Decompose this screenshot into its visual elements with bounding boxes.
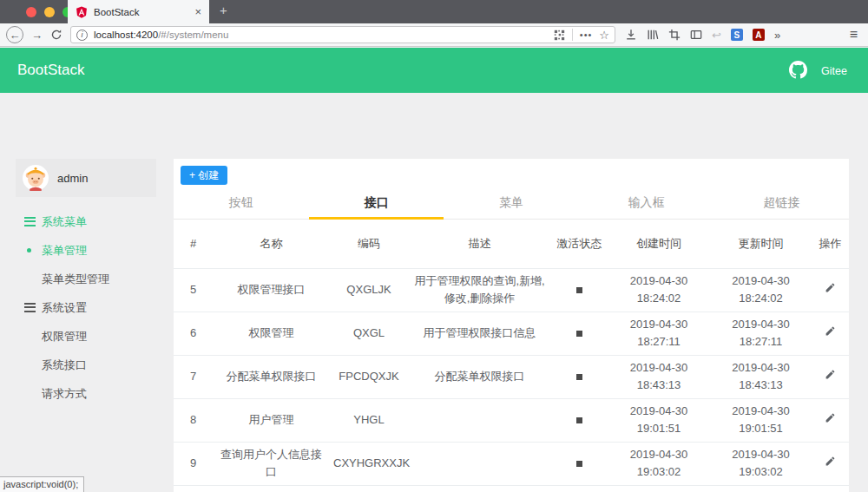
sidebar-item-label: 菜单管理 xyxy=(42,243,87,259)
sidebar-item-permission-manage[interactable]: 权限管理 xyxy=(0,322,174,351)
cell-desc: 用于管理权限接口信息 xyxy=(408,312,551,355)
edit-icon[interactable] xyxy=(825,455,836,472)
app-brand: BootStack xyxy=(17,62,85,79)
sidebar-item-label: 系统菜单 xyxy=(42,214,87,230)
undo-extension-icon[interactable]: ↩ xyxy=(712,29,721,42)
cell-index: 6 xyxy=(174,312,213,355)
adobe-pdf-extension-icon[interactable]: A xyxy=(753,29,765,41)
tab-hyperlink[interactable]: 超链接 xyxy=(713,185,849,219)
tab-api[interactable]: 接口 xyxy=(309,185,444,219)
close-window-button[interactable] xyxy=(26,7,36,17)
col-header-desc: 描述 xyxy=(408,220,551,268)
cell-desc: 分配菜单权限接口 xyxy=(408,355,551,398)
username: admin xyxy=(57,172,88,185)
sidebar-item-system-api[interactable]: 系统接口 xyxy=(0,351,174,379)
cell-index: 5 xyxy=(174,268,213,312)
col-header-code: 编码 xyxy=(330,220,408,268)
cell-name: 分配菜单权限接口 xyxy=(213,355,330,398)
edit-icon[interactable] xyxy=(825,325,836,342)
col-header-actions: 操作 xyxy=(812,220,849,268)
forward-button[interactable]: → xyxy=(31,30,43,41)
cell-desc xyxy=(408,442,551,485)
hamburger-menu-icon[interactable]: ≡ xyxy=(850,27,858,43)
cell-updated: 2019-04-3019:03:02 xyxy=(710,442,812,485)
cell-name: 权限管理 xyxy=(213,312,330,355)
edit-icon[interactable] xyxy=(825,281,836,298)
page-actions-icon[interactable]: ••• xyxy=(580,30,593,40)
link-status-bar: javascript:void(0); xyxy=(0,476,84,492)
sidebar-item-system-settings[interactable]: 系统设置 xyxy=(0,293,174,322)
active-status-indicator xyxy=(576,374,582,380)
table-row: 5 权限管理接口 QXGLJK 用于管理权限的查询,新增,修改,删除操作 201… xyxy=(174,268,849,312)
cell-actions xyxy=(812,312,849,355)
browser-tab[interactable]: BootStack × xyxy=(68,0,209,23)
cell-name: 用户管理 xyxy=(213,398,330,442)
cell-index: 8 xyxy=(174,398,213,442)
browser-toolbar: ← → i localhost:4200/#/system/menu ••• ☆… xyxy=(0,23,868,47)
screenshot-icon[interactable] xyxy=(668,29,681,41)
edit-icon[interactable] xyxy=(825,368,836,385)
sidebar-item-request-method[interactable]: 请求方式 xyxy=(0,379,174,408)
cell-actions xyxy=(812,268,849,312)
create-button[interactable]: + 创建 xyxy=(181,166,227,185)
col-header-active: 激活状态 xyxy=(551,220,608,268)
tab-button[interactable]: 按钮 xyxy=(174,185,309,219)
reload-button[interactable] xyxy=(50,29,62,41)
browser-window: BootStack × + ← → i localhost:4200/#/sys… xyxy=(0,0,868,492)
overflow-menu-icon[interactable]: » xyxy=(774,29,780,42)
sidebar-item-label: 系统接口 xyxy=(42,358,87,373)
minimize-window-button[interactable] xyxy=(44,7,55,17)
cell-created: 2019-04-3018:27:11 xyxy=(608,312,710,355)
col-header-name: 名称 xyxy=(213,220,330,268)
cell-updated: 2019-04-3019:01:51 xyxy=(710,398,812,442)
cell-index: 9 xyxy=(174,442,213,485)
cell-index: 7 xyxy=(174,355,213,398)
sidebar-item-label: 请求方式 xyxy=(42,386,87,402)
tab-menu[interactable]: 菜单 xyxy=(444,185,579,219)
cell-active xyxy=(551,355,608,398)
library-icon[interactable] xyxy=(647,29,659,41)
cell-active xyxy=(551,268,608,312)
sidebar-item-menu-type-manage[interactable]: 菜单类型管理 xyxy=(0,265,174,293)
new-tab-button[interactable]: + xyxy=(220,3,227,17)
sidebar-item-system-menu[interactable]: 系统菜单 xyxy=(0,207,174,236)
cell-name: 查询用户个人信息接口 xyxy=(213,442,330,485)
user-panel[interactable]: admin xyxy=(16,159,156,197)
page-action-grid-icon[interactable] xyxy=(554,30,565,41)
table-row: 8 用户管理 YHGL 2019-04-3019:01:51 2019-04-3… xyxy=(174,398,849,442)
bookmark-star-icon[interactable]: ☆ xyxy=(599,29,609,42)
cell-active xyxy=(551,312,608,355)
cell-updated: 2019-04-3018:43:13 xyxy=(710,355,812,398)
sidebar-item-label: 系统设置 xyxy=(42,300,87,316)
site-info-icon[interactable]: i xyxy=(76,30,88,41)
back-button[interactable]: ← xyxy=(6,26,23,43)
toolbar-icons: ↩ S A » xyxy=(625,29,780,42)
menu-group-icon xyxy=(24,217,36,229)
window-controls xyxy=(26,7,73,17)
cell-code: YHGL xyxy=(330,398,408,442)
col-header-created: 创建时间 xyxy=(608,220,710,268)
edit-icon[interactable] xyxy=(825,411,836,429)
cell-active xyxy=(551,442,608,485)
tab-title: BootStack xyxy=(94,7,139,17)
cell-desc xyxy=(408,398,551,442)
active-status-indicator xyxy=(576,331,582,337)
address-bar[interactable]: i localhost:4200/#/system/menu ••• ☆ xyxy=(70,26,615,43)
gitee-link[interactable]: Gitee xyxy=(821,65,847,77)
close-tab-icon[interactable]: × xyxy=(194,6,201,17)
cell-created: 2019-04-3018:43:13 xyxy=(608,355,710,398)
sidebar-item-menu-manage[interactable]: 菜单管理 xyxy=(0,236,174,265)
content-tabs: 按钮 接口 菜单 输入框 超链接 xyxy=(174,185,849,220)
github-icon[interactable] xyxy=(789,61,807,79)
cell-actions xyxy=(812,442,849,485)
avatar xyxy=(23,165,49,191)
cell-created: 2019-04-3018:24:02 xyxy=(608,268,710,312)
tab-input[interactable]: 输入框 xyxy=(579,185,714,219)
table-header-row: # 名称 编码 描述 激活状态 创建时间 更新时间 操作 xyxy=(174,220,849,268)
back-icon: ← xyxy=(10,30,21,41)
selenium-extension-icon[interactable]: S xyxy=(731,29,743,41)
sidebar-toggle-icon[interactable] xyxy=(690,29,702,41)
cell-name: 权限管理接口 xyxy=(213,268,330,312)
browser-tabstrip: BootStack × + xyxy=(0,0,868,23)
downloads-icon[interactable] xyxy=(625,29,637,41)
